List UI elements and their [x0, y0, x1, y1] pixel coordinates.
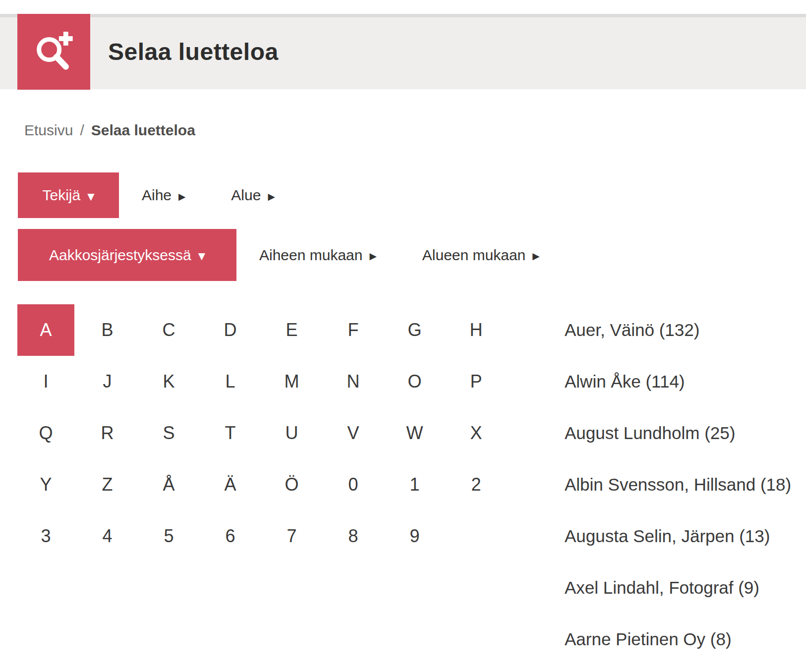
- letter-label: K: [163, 371, 174, 392]
- letter-label: C: [163, 320, 175, 340]
- letter-label: R: [101, 423, 114, 444]
- letter-cell[interactable]: W: [386, 407, 443, 459]
- letter-label: M: [285, 371, 299, 392]
- letter-label: I: [43, 371, 48, 392]
- letter-cell[interactable]: Ö: [263, 459, 320, 510]
- letter-cell[interactable]: 2: [448, 459, 505, 510]
- author-link[interactable]: Auer, Väinö (132): [565, 304, 791, 356]
- letter-label: B: [101, 320, 113, 340]
- filter-tab[interactable]: Alue ▶: [208, 172, 297, 218]
- letter-cell[interactable]: Z: [79, 459, 136, 510]
- letter-label: W: [406, 423, 423, 444]
- author-link[interactable]: Augusta Selin, Järpen (13): [565, 510, 791, 562]
- letter-cell[interactable]: D: [202, 304, 259, 356]
- letter-label: 2: [471, 474, 481, 495]
- search-plus-icon: [34, 32, 74, 72]
- letter-label: U: [286, 423, 298, 444]
- letter-cell[interactable]: X: [448, 407, 505, 459]
- author-link[interactable]: Aarne Pietinen Oy (8): [565, 614, 791, 665]
- letter-label: Z: [102, 474, 113, 495]
- letter-cell[interactable]: T: [202, 407, 259, 459]
- filter-tab-label: Alue: [231, 187, 261, 204]
- letter-label: Ä: [224, 474, 236, 495]
- breadcrumb: Etusivu / Selaa luetteloa: [24, 119, 195, 141]
- letter-label: X: [470, 423, 482, 444]
- tab-arrow-icon: ▼: [198, 249, 205, 261]
- letter-cell[interactable]: A: [17, 304, 74, 356]
- letter-cell[interactable]: Q: [17, 407, 74, 459]
- letter-label: 4: [102, 526, 112, 547]
- letter-label: A: [40, 320, 52, 340]
- letter-cell[interactable]: 0: [325, 459, 382, 510]
- letter-label: Y: [40, 474, 52, 495]
- letter-cell[interactable]: E: [263, 304, 320, 356]
- letter-cell[interactable]: C: [140, 304, 197, 356]
- author-link[interactable]: Axel Lindahl, Fotograf (9): [565, 562, 791, 614]
- letter-cell[interactable]: 7: [263, 510, 320, 562]
- letter-cell[interactable]: 9: [386, 510, 443, 562]
- filter-tab[interactable]: Aihe ▶: [119, 172, 208, 218]
- letter-cell[interactable]: Ä: [202, 459, 259, 510]
- letter-cell[interactable]: Y: [17, 459, 74, 510]
- letter-cell[interactable]: I: [17, 356, 74, 407]
- breadcrumb-separator: /: [80, 122, 84, 139]
- letter-label: G: [407, 320, 421, 340]
- filter-tab-row: Tekijä ▼ Aihe ▶ Alue ▶: [18, 172, 298, 218]
- letter-label: 7: [287, 526, 296, 547]
- letter-label: 1: [409, 474, 419, 495]
- sort-tab[interactable]: Aakkosjärjestyksessä ▼: [18, 229, 236, 281]
- author-link[interactable]: Albin Svensson, Hillsand (18): [565, 459, 791, 510]
- letter-label: V: [347, 423, 359, 444]
- letter-cell[interactable]: F: [325, 304, 382, 356]
- letter-label: Ö: [285, 474, 298, 495]
- letter-cell[interactable]: U: [263, 407, 320, 459]
- letter-cell[interactable]: 8: [325, 510, 382, 562]
- sort-tab-row: Aakkosjärjestyksessä ▼ Aiheen mukaan ▶ A…: [18, 229, 563, 281]
- letter-cell[interactable]: V: [325, 407, 382, 459]
- letter-cell[interactable]: G: [386, 304, 443, 356]
- author-link[interactable]: August Lundholm (25): [565, 407, 791, 459]
- letter-label: L: [225, 371, 235, 392]
- author-list: Auer, Väinö (132) Alwin Åke (114) August…: [565, 304, 791, 665]
- letter-cell[interactable]: 1: [386, 459, 443, 510]
- letter-label: O: [407, 371, 421, 392]
- sort-tab-label: Alueen mukaan: [422, 247, 525, 264]
- letter-cell[interactable]: H: [448, 304, 505, 356]
- author-link[interactable]: Alwin Åke (114): [565, 356, 791, 407]
- filter-tab[interactable]: Tekijä ▼: [18, 172, 119, 218]
- letter-label: N: [347, 371, 360, 392]
- letter-cell[interactable]: O: [386, 356, 443, 407]
- breadcrumb-home-link[interactable]: Etusivu: [24, 122, 73, 139]
- letter-cell[interactable]: R: [79, 407, 136, 459]
- filter-tab-label: Tekijä: [42, 187, 80, 204]
- letter-cell[interactable]: 4: [79, 510, 136, 562]
- letter-cell[interactable]: J: [79, 356, 136, 407]
- sort-tab[interactable]: Alueen mukaan ▶: [400, 229, 563, 281]
- letter-cell[interactable]: 5: [140, 510, 197, 562]
- sort-tab-label: Aiheen mukaan: [259, 247, 362, 264]
- letter-label: J: [103, 371, 112, 392]
- letter-cell[interactable]: P: [448, 356, 505, 407]
- letter-cell[interactable]: K: [140, 356, 197, 407]
- letter-label: D: [224, 320, 237, 340]
- letter-cell[interactable]: B: [79, 304, 136, 356]
- letter-label: P: [470, 371, 482, 392]
- filter-tab-label: Aihe: [142, 187, 172, 204]
- header-logo: [17, 14, 90, 90]
- letter-cell[interactable]: M: [263, 356, 320, 407]
- letter-label: 9: [409, 526, 419, 547]
- letter-cell[interactable]: Å: [140, 459, 197, 510]
- tab-arrow-icon: ▶: [178, 189, 185, 202]
- sort-tab[interactable]: Aiheen mukaan ▶: [236, 229, 400, 281]
- letter-cell[interactable]: S: [140, 407, 197, 459]
- breadcrumb-current: Selaa luetteloa: [91, 122, 195, 139]
- letter-cell[interactable]: L: [202, 356, 259, 407]
- letter-cell[interactable]: N: [325, 356, 382, 407]
- letter-label: 6: [225, 526, 235, 547]
- letter-label: T: [225, 423, 236, 444]
- letter-label: 5: [164, 526, 173, 547]
- tab-arrow-icon: ▶: [369, 249, 376, 261]
- letter-cell[interactable]: 6: [202, 510, 259, 562]
- letter-cell[interactable]: 3: [17, 510, 74, 562]
- letter-label: 8: [348, 526, 358, 547]
